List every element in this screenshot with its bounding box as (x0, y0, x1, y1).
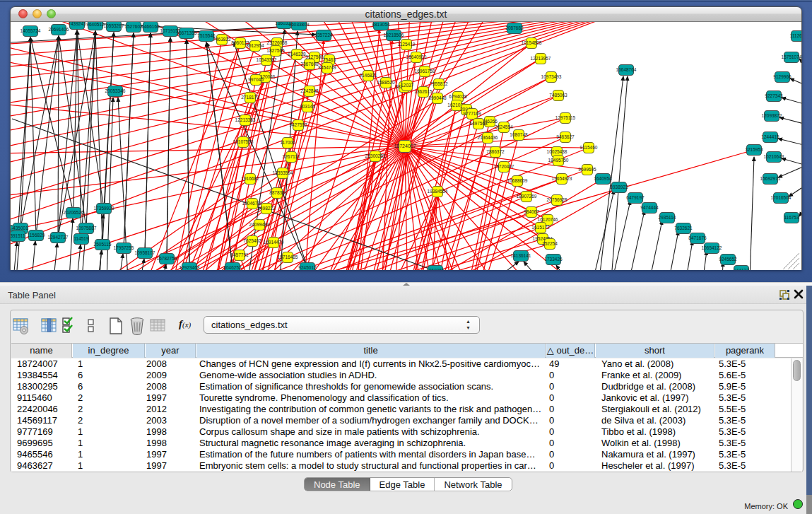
svg-text:8912954: 8912954 (246, 43, 264, 48)
svg-text:117006: 117006 (280, 140, 295, 145)
svg-text:19654923: 19654923 (552, 176, 572, 181)
svg-text:7632621: 7632621 (674, 226, 693, 230)
svg-text:14055724: 14055724 (20, 28, 41, 33)
svg-text:24099489: 24099489 (249, 222, 270, 227)
svg-text:9146821: 9146821 (359, 73, 377, 78)
svg-text:19218506: 19218506 (384, 33, 404, 37)
svg-text:16961758: 16961758 (415, 69, 435, 74)
svg-text:1640954: 1640954 (594, 176, 612, 181)
svg-text:18495750: 18495750 (548, 158, 569, 163)
svg-text:16120746: 16120746 (538, 217, 558, 222)
svg-text:9129966: 9129966 (773, 74, 792, 79)
svg-text:2935114: 2935114 (659, 215, 676, 220)
svg-text:9457791: 9457791 (230, 252, 249, 257)
svg-text:19384554: 19384554 (428, 189, 448, 194)
svg-text:16648764: 16648764 (616, 67, 637, 72)
svg-text:10543382: 10543382 (257, 57, 277, 62)
svg-text:2242848: 2242848 (300, 88, 319, 93)
svg-text:7625402: 7625402 (243, 238, 261, 243)
svg-text:1498222: 1498222 (257, 206, 276, 211)
svg-text:1527602: 1527602 (124, 24, 143, 29)
svg-text:7886372: 7886372 (486, 149, 505, 154)
svg-text:9227343: 9227343 (765, 93, 783, 98)
svg-text:10973493: 10973493 (541, 74, 562, 79)
svg-text:8990448: 8990448 (428, 95, 447, 100)
svg-text:6794028: 6794028 (449, 94, 467, 99)
svg-text:12942737: 12942737 (48, 235, 69, 240)
svg-text:12923468: 12923468 (180, 265, 200, 270)
svg-text:6479197: 6479197 (626, 195, 645, 200)
svg-text:2505115: 2505115 (94, 242, 112, 247)
svg-text:23226058: 23226058 (267, 40, 288, 45)
svg-text:12353594: 12353594 (273, 170, 293, 175)
svg-text:984067: 984067 (524, 209, 539, 214)
svg-text:7439243: 7439243 (68, 22, 86, 26)
svg-text:20691406: 20691406 (49, 27, 69, 32)
svg-text:3624554: 3624554 (495, 124, 513, 129)
svg-text:10654122: 10654122 (702, 245, 722, 250)
svg-text:14136141: 14136141 (511, 253, 531, 258)
svg-text:1080748: 1080748 (510, 132, 528, 137)
svg-text:17359928: 17359928 (94, 206, 114, 211)
svg-text:7955812: 7955812 (430, 81, 448, 86)
svg-text:10210643: 10210643 (764, 154, 784, 159)
svg-text:6497568: 6497568 (469, 121, 488, 126)
svg-text:1362615: 1362615 (414, 89, 433, 94)
svg-text:7485063: 7485063 (549, 93, 567, 98)
svg-text:1125419: 1125419 (398, 42, 416, 47)
svg-text:1827505: 1827505 (266, 48, 285, 53)
svg-text:15720407: 15720407 (494, 164, 514, 169)
svg-text:2718170: 2718170 (241, 95, 259, 100)
svg-text:8146328: 8146328 (288, 52, 306, 57)
svg-text:2087682: 2087682 (505, 25, 524, 30)
svg-text:887833: 887833 (269, 190, 285, 195)
svg-text:12213383: 12213383 (235, 117, 256, 122)
svg-text:10688609: 10688609 (507, 178, 528, 183)
svg-text:12093872: 12093872 (762, 113, 782, 118)
svg-text:9427552: 9427552 (289, 122, 307, 127)
svg-text:15751074: 15751074 (782, 54, 801, 59)
svg-text:8471676: 8471676 (688, 235, 707, 240)
svg-text:3267110: 3267110 (283, 154, 300, 159)
svg-text:1615172: 1615172 (531, 225, 550, 230)
svg-text:1244415: 1244415 (761, 134, 779, 139)
svg-text:18907269: 18907269 (517, 194, 537, 199)
svg-text:15716485: 15716485 (278, 255, 298, 259)
svg-text:8454749: 8454749 (318, 65, 336, 70)
svg-text:15692971: 15692971 (760, 176, 781, 181)
svg-text:9699695: 9699695 (578, 167, 596, 172)
svg-text:1588520: 1588520 (377, 80, 395, 85)
svg-text:16671355: 16671355 (177, 30, 197, 35)
svg-text:75463: 75463 (323, 57, 336, 62)
svg-text:9777169: 9777169 (463, 111, 481, 116)
svg-text:3215953: 3215953 (745, 147, 763, 152)
svg-text:8813054: 8813054 (372, 22, 390, 27)
svg-text:12975115: 12975115 (555, 115, 576, 120)
svg-text:25300283: 25300283 (365, 153, 386, 158)
svg-text:21364436: 21364436 (478, 135, 498, 140)
svg-text:252254: 252254 (542, 241, 558, 246)
svg-text:10958107: 10958107 (135, 250, 155, 255)
svg-text:9474444: 9474444 (640, 205, 659, 210)
svg-text:1112689: 1112689 (790, 33, 801, 38)
svg-text:10046788: 10046788 (242, 201, 263, 206)
svg-text:944122: 944122 (734, 268, 749, 270)
svg-text:18724007: 18724007 (394, 144, 416, 148)
svg-text:17016504: 17016504 (771, 195, 792, 200)
svg-text:10553267: 10553267 (104, 23, 124, 28)
svg-text:9245012: 9245012 (298, 265, 317, 270)
svg-text:6466160: 6466160 (141, 24, 160, 29)
svg-text:10025438: 10025438 (547, 149, 567, 154)
svg-text:9463627: 9463627 (556, 134, 575, 139)
svg-text:1916682: 1916682 (241, 176, 259, 181)
svg-text:16782759: 16782759 (157, 256, 177, 261)
svg-text:8938923: 8938923 (610, 185, 628, 189)
svg-text:16640910: 16640910 (406, 54, 427, 59)
svg-text:17957255: 17957255 (114, 245, 134, 250)
svg-text:16914479: 16914479 (264, 240, 284, 245)
svg-text:7463822: 7463822 (213, 37, 231, 42)
svg-text:20053346: 20053346 (105, 88, 126, 93)
svg-text:9640512: 9640512 (86, 22, 105, 27)
svg-text:10154808: 10154808 (522, 40, 542, 45)
svg-text:20206526: 20206526 (64, 210, 84, 215)
